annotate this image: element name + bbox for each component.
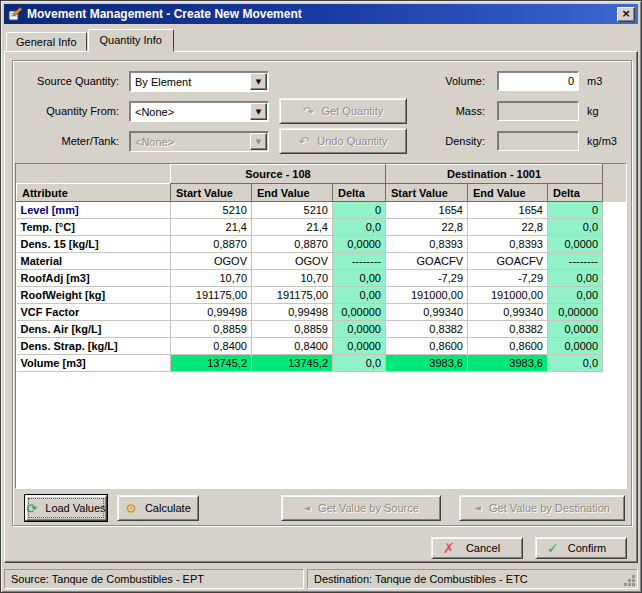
grid-cell[interactable]: 22,8 (468, 219, 548, 236)
grid-cell[interactable]: 0,8859 (171, 321, 252, 338)
column-header-start-value-4: Start Value (386, 184, 468, 202)
grid-cell[interactable]: 0,00 (548, 270, 603, 287)
grid-cell[interactable]: 0,00 (548, 287, 603, 304)
grid-cell[interactable]: 0,8859 (252, 321, 333, 338)
grid-cell[interactable]: 0,8600 (386, 338, 468, 355)
grid-cell[interactable]: 0,0000 (333, 236, 386, 253)
grid-cell[interactable]: OGOV (171, 253, 252, 270)
grid-cell[interactable]: 0,8382 (468, 321, 548, 338)
grid-cell[interactable]: 0,8382 (386, 321, 468, 338)
group-header-destination: Destination - 1001 (386, 165, 603, 184)
status-destination-text: Destination: Tanque de Combustibles - ET… (314, 573, 528, 585)
grid-cell[interactable]: 0,99498 (252, 304, 333, 321)
tab-label: Quantity Info (100, 34, 162, 46)
attribute-cell[interactable]: Material (17, 253, 171, 270)
volume-field[interactable] (497, 71, 579, 91)
grid-cell[interactable]: 10,70 (171, 270, 252, 287)
grid-cell[interactable]: 191175,00 (171, 287, 252, 304)
attribute-cell[interactable]: Dens. 15 [kg/L] (17, 236, 171, 253)
grid-cell[interactable]: 13745,2 (171, 355, 252, 372)
cancel-button[interactable]: ✗ Cancel (431, 537, 523, 559)
grid-cell[interactable]: -------- (333, 253, 386, 270)
grid-row: Temp. [°C]21,421,40,022,822,80,0 (17, 219, 603, 236)
grid-row: RoofWeight [kg]191175,00191175,000,00191… (17, 287, 603, 304)
grid-cell[interactable]: 21,4 (252, 219, 333, 236)
grid-group-row: Source - 108Destination - 1001 (17, 165, 603, 184)
grid-cell[interactable]: -7,29 (386, 270, 468, 287)
attribute-cell[interactable]: RoofWeight [kg] (17, 287, 171, 304)
grid-cell[interactable]: 3983,6 (386, 355, 468, 372)
chevron-down-icon[interactable]: ▼ (250, 103, 267, 120)
attribute-cell[interactable]: Level [mm] (17, 202, 171, 219)
attribute-cell[interactable]: Dens. Strap. [kg/L] (17, 338, 171, 355)
grid-cell[interactable]: 0,0000 (548, 321, 603, 338)
grid-cell[interactable]: 5210 (252, 202, 333, 219)
grid-cell[interactable]: 0,0000 (333, 338, 386, 355)
grid-cell[interactable]: -------- (548, 253, 603, 270)
grid-cell[interactable]: 3983,6 (468, 355, 548, 372)
undo-quantity-icon: ↶ (298, 135, 309, 148)
grid-cell[interactable]: 191000,00 (386, 287, 468, 304)
grid-cell[interactable]: 5210 (171, 202, 252, 219)
grid-cell[interactable]: GOACFV (386, 253, 468, 270)
grid-cell[interactable]: 0,0 (333, 355, 386, 372)
grid-cell[interactable]: 0,8400 (252, 338, 333, 355)
grid-cell[interactable]: 0,00000 (333, 304, 386, 321)
attribute-cell[interactable]: Dens. Air [kg/L] (17, 321, 171, 338)
grid-cell[interactable]: 191175,00 (252, 287, 333, 304)
grid-cell[interactable]: 0,0 (548, 219, 603, 236)
attribute-cell[interactable]: Temp. [°C] (17, 219, 171, 236)
grid-cell[interactable]: 0,00 (333, 270, 386, 287)
grid-cell[interactable]: 0,99340 (386, 304, 468, 321)
load-values-icon: ⟳ (26, 502, 37, 515)
attribute-cell[interactable]: Volume [m3] (17, 355, 171, 372)
grid-cell[interactable]: 0,0 (333, 219, 386, 236)
calculate-icon: ⚙ (125, 502, 137, 515)
calculate-button[interactable]: ⚙Calculate (117, 495, 199, 521)
grid-cell[interactable]: 21,4 (171, 219, 252, 236)
grid-cell[interactable]: 191000,00 (468, 287, 548, 304)
grid-cell[interactable]: -7,29 (468, 270, 548, 287)
grid-cell[interactable]: OGOV (252, 253, 333, 270)
grid-cell[interactable]: 1654 (386, 202, 468, 219)
grid-cell[interactable]: 0,0000 (548, 236, 603, 253)
grid-cell[interactable]: 0,8393 (386, 236, 468, 253)
get-value-icon: ◄ (474, 502, 481, 515)
grid-cell[interactable]: 0,0 (548, 355, 603, 372)
grid-cell[interactable]: 1654 (468, 202, 548, 219)
dialog-window: Movement Management - Create New Movemen… (0, 0, 642, 593)
grid-cell[interactable]: 0,8870 (252, 236, 333, 253)
grid-cell[interactable]: 0,8400 (171, 338, 252, 355)
grid-cell[interactable]: 10,70 (252, 270, 333, 287)
grid-cell[interactable]: 0,99498 (171, 304, 252, 321)
attribute-cell[interactable]: RoofAdj [m3] (17, 270, 171, 287)
grid-cell[interactable]: 0,00000 (548, 304, 603, 321)
quantity-from-combobox[interactable]: <None>▼ (129, 101, 269, 122)
volume-label: Volume: (385, 71, 491, 92)
grid-cell[interactable]: 0 (548, 202, 603, 219)
tab-quantity-info[interactable]: Quantity Info (88, 29, 174, 52)
grid-cell[interactable]: 0,99340 (468, 304, 548, 321)
grid-cell[interactable]: 13745,2 (252, 355, 333, 372)
column-header-end-value-5: End Value (468, 184, 548, 202)
column-header-delta-6: Delta (548, 184, 603, 202)
confirm-button[interactable]: ✓ Confirm (535, 537, 627, 559)
grid-cell[interactable]: 0,8600 (468, 338, 548, 355)
grid-row: Dens. 15 [kg/L]0,88700,88700,00000,83930… (17, 236, 603, 253)
chevron-down-icon[interactable]: ▼ (250, 73, 267, 90)
grid-cell[interactable]: 0 (333, 202, 386, 219)
close-button[interactable]: × (617, 7, 635, 22)
density-unit-label: kg/m3 (587, 131, 617, 151)
grid-cell[interactable]: 0,0000 (548, 338, 603, 355)
grid-cell[interactable]: 0,0000 (333, 321, 386, 338)
grid-cell[interactable]: 0,00 (333, 287, 386, 304)
load-values-button[interactable]: ⟳Load Values (25, 495, 107, 521)
source-quantity-combobox[interactable]: By Element▼ (129, 71, 269, 92)
grid-cell[interactable]: 0,8393 (468, 236, 548, 253)
grid-cell[interactable]: GOACFV (468, 253, 548, 270)
resize-grip[interactable] (632, 583, 635, 586)
attribute-cell[interactable]: VCF Factor (17, 304, 171, 321)
grid-cell[interactable]: 0,8870 (171, 236, 252, 253)
tab-general-info[interactable]: General Info (6, 32, 87, 51)
grid-cell[interactable]: 22,8 (386, 219, 468, 236)
